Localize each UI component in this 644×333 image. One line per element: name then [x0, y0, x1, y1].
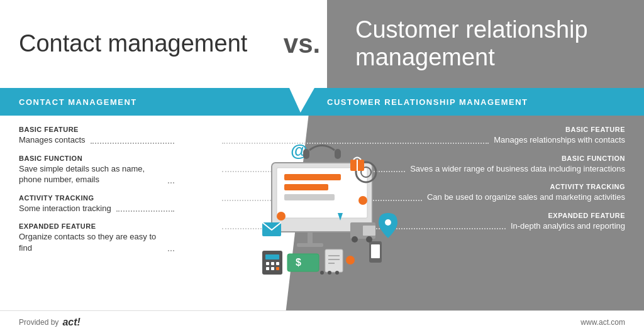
feature-title: BASIC FEATURE — [19, 126, 179, 133]
svg-rect-20 — [265, 254, 279, 259]
svg-rect-2 — [284, 174, 341, 180]
svg-point-27 — [385, 219, 391, 226]
feature-title: EXPANDED FEATURE — [19, 222, 179, 230]
left-features-panel: BASIC FEATURE Manages contacts BASIC FUN… — [0, 116, 186, 333]
feature-text-right: Can be used to organize sales and market… — [427, 192, 625, 203]
left-banner-label: CONTACT MANAGEMENT — [19, 97, 137, 107]
svg-rect-26 — [276, 267, 279, 270]
svg-rect-4 — [284, 194, 335, 200]
svg-rect-23 — [276, 262, 279, 265]
svg-text:$: $ — [296, 257, 301, 268]
svg-rect-29 — [287, 254, 319, 271]
main-container: Contact management vs. Customer relation… — [0, 0, 644, 333]
svg-point-18 — [366, 236, 372, 243]
feature-text: Save simple details such as name, phone … — [19, 163, 163, 185]
feature-item: EXPANDED FEATURE Organize contacts so th… — [19, 222, 179, 253]
svg-rect-24 — [266, 267, 269, 270]
feature-text-right: Saves a wider range of business data inc… — [410, 163, 625, 175]
feature-item: ACTIVITY TRACKING Some interaction track… — [19, 194, 179, 214]
svg-rect-35 — [303, 149, 309, 159]
svg-rect-6 — [297, 243, 323, 247]
svg-point-40 — [320, 271, 324, 275]
footer-provided-by: Provided by — [19, 318, 58, 327]
svg-point-17 — [352, 236, 358, 243]
vs-label: vs. — [284, 29, 320, 59]
svg-point-37 — [277, 212, 286, 221]
feature-item: BASIC FEATURE Manages contacts — [19, 126, 179, 146]
center-illustration: @ $ — [225, 116, 419, 310]
feature-text-right: In-depth analytics and reporting — [511, 221, 625, 232]
feature-text-right: Manages relationships with contacts — [494, 134, 625, 146]
feature-item: BASIC FUNCTION Save simple details such … — [19, 155, 179, 185]
right-title: Customer relationship management — [346, 16, 625, 71]
svg-rect-21 — [266, 262, 269, 265]
feature-title: ACTIVITY TRACKING — [19, 194, 179, 202]
footer-url: www.act.com — [580, 318, 625, 327]
right-banner-label: CUSTOMER RELATIONSHIP MANAGEMENT — [327, 97, 528, 107]
feature-text: Some interaction tracking — [19, 203, 111, 214]
svg-rect-25 — [271, 267, 274, 270]
svg-rect-36 — [335, 149, 341, 159]
svg-point-38 — [358, 196, 367, 205]
svg-point-41 — [328, 271, 331, 275]
svg-point-42 — [335, 271, 339, 275]
svg-rect-3 — [284, 184, 328, 190]
svg-rect-22 — [271, 262, 274, 265]
feature-title: BASIC FUNCTION — [19, 155, 179, 162]
svg-rect-31 — [325, 249, 343, 272]
svg-rect-14 — [371, 244, 380, 258]
feature-text: Manages contacts — [19, 134, 86, 146]
svg-rect-16 — [363, 226, 375, 236]
footer-brand: act! — [62, 317, 80, 328]
svg-rect-5 — [308, 232, 313, 244]
feature-text: Organize contacts so they are easy to fi… — [19, 231, 163, 253]
footer: Provided by act! www.act.com — [0, 310, 644, 333]
illustration-svg: @ $ — [228, 125, 416, 301]
svg-point-39 — [346, 256, 355, 265]
left-title: Contact management — [19, 30, 247, 58]
